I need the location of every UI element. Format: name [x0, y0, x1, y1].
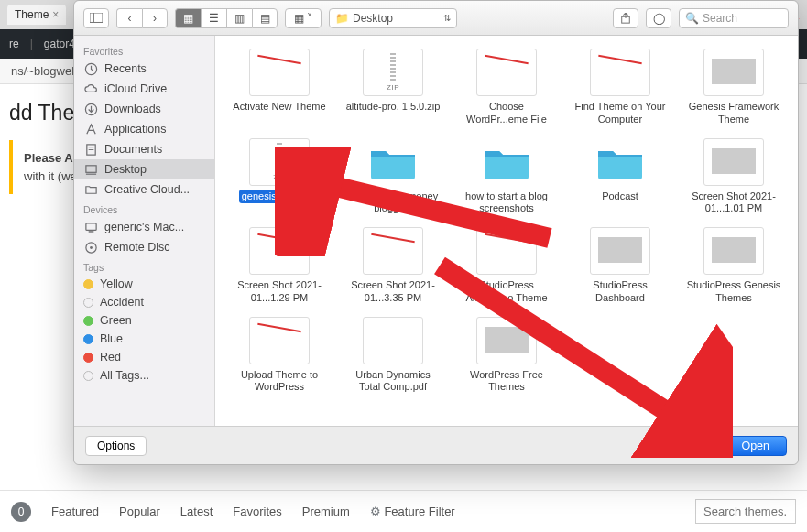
- file-item[interactable]: Choose WordPr...eme File: [452, 49, 562, 127]
- file-thumb: [476, 138, 537, 186]
- finder-toolbar: ‹ › ▦ ☰ ▥ ▤ ▦ ˅ 📁Desktop ⇅ ◯ 🔍 Search: [74, 1, 798, 36]
- file-thumb: [363, 227, 423, 275]
- icon-view-button[interactable]: ▦: [175, 8, 201, 28]
- sidebar-tag[interactable]: Green: [74, 311, 214, 330]
- svg-rect-10: [85, 223, 95, 230]
- forward-button[interactable]: ›: [142, 8, 168, 28]
- tags-button[interactable]: ◯: [646, 8, 671, 28]
- filter-bar: 0 Featured Popular Latest Favorites Prem…: [0, 490, 807, 532]
- sidebar-item[interactable]: Recents: [74, 59, 214, 79]
- file-thumb: [476, 49, 537, 96]
- filter-featured[interactable]: Featured: [51, 505, 99, 518]
- file-thumb: [703, 227, 764, 275]
- sidebar-item-label: Yellow: [100, 277, 133, 290]
- file-item[interactable]: StudioPress Genesis Themes: [679, 227, 789, 306]
- file-item[interactable]: how to start a blog screenshots: [452, 138, 562, 217]
- file-name: Screen Shot 2021-01...3.35 PM: [343, 278, 443, 306]
- file-thumb: [476, 227, 537, 275]
- file-item[interactable]: WordPress Free Themes: [452, 317, 562, 396]
- sidebar-heading-tags: Tags: [74, 257, 214, 275]
- file-thumb: [703, 49, 764, 96]
- file-thumb: [249, 227, 310, 275]
- filter-latest[interactable]: Latest: [180, 505, 213, 518]
- file-item[interactable]: Genesis Framework Theme: [679, 49, 789, 127]
- svg-point-13: [90, 246, 93, 249]
- file-item[interactable]: Find Theme on Your Computer: [565, 49, 675, 127]
- sidebar-tag[interactable]: Blue: [74, 330, 214, 348]
- file-thumb: [703, 138, 764, 186]
- chevron-updown-icon: ⇅: [443, 13, 451, 23]
- sidebar-item[interactable]: Remote Disc: [74, 237, 214, 257]
- sidebar-item[interactable]: Desktop: [74, 159, 214, 179]
- file-name: Find Theme on Your Computer: [570, 100, 671, 127]
- filter-premium[interactable]: Premium: [302, 505, 350, 518]
- file-item[interactable]: Upload Theme to WordPress: [224, 317, 334, 396]
- sidebar-tag[interactable]: Yellow: [74, 275, 214, 293]
- file-name: Choose WordPr...eme File: [456, 100, 557, 127]
- sidebar-item-label: All Tags...: [100, 369, 149, 382]
- browser-tab[interactable]: Theme ×: [7, 5, 66, 25]
- search-input[interactable]: 🔍 Search: [679, 8, 789, 28]
- group-button[interactable]: ▦ ˅: [285, 8, 322, 28]
- folder-icon: 📁: [335, 12, 349, 25]
- sidebar-item-label: Creative Cloud...: [104, 183, 190, 196]
- share-button[interactable]: [613, 8, 638, 28]
- file-item[interactable]: altitude-pro. 1.5.0.zip: [338, 49, 448, 127]
- file-item[interactable]: Screen Shot 2021-01...1.01 PM: [679, 138, 789, 217]
- file-name: genesis.3.3.3.zip: [239, 190, 321, 204]
- sidebar-item[interactable]: Downloads: [74, 99, 214, 119]
- sidebar-tag[interactable]: All Tags...: [74, 366, 214, 385]
- file-name: altitude-pro. 1.5.0.zip: [344, 100, 443, 114]
- sidebar-item[interactable]: generic's Mac...: [74, 217, 214, 237]
- file-thumb: [363, 49, 423, 96]
- file-thumb: [476, 317, 537, 364]
- sidebar-item[interactable]: Documents: [74, 139, 214, 159]
- sidebar-item-label: Blue: [100, 332, 123, 345]
- file-name: Screen Shot 2021-01...1.29 PM: [229, 278, 330, 306]
- sidebar-heading-favorites: Favorites: [74, 41, 214, 59]
- file-name: WordPress Free Themes: [456, 368, 557, 396]
- file-thumb: [363, 138, 423, 186]
- close-icon[interactable]: ×: [52, 8, 59, 21]
- file-item[interactable]: Urban Dynamics Total Comp.pdf: [338, 317, 448, 396]
- cloud-icon: [83, 81, 98, 96]
- sidebar-item[interactable]: Applications: [74, 119, 214, 139]
- list-view-button[interactable]: ☰: [201, 8, 226, 28]
- file-item[interactable]: Screen Shot 2021-01...3.35 PM: [338, 227, 448, 306]
- sidebar-heading-devices: Devices: [74, 200, 214, 217]
- file-name: StudioPress Genesis Themes: [683, 278, 784, 306]
- file-item[interactable]: genesis.3.3.3.zip: [224, 138, 334, 217]
- open-button[interactable]: Open: [724, 436, 787, 456]
- desk-icon: [83, 162, 98, 177]
- file-item[interactable]: now to make money blogging: [338, 138, 448, 217]
- back-button[interactable]: ‹: [116, 8, 142, 28]
- file-item[interactable]: Activate New Theme: [224, 49, 334, 127]
- file-item[interactable]: StudioPress Dashboard: [565, 227, 675, 306]
- sidebar-item-label: Documents: [104, 143, 162, 156]
- sidebar-item-label: generic's Mac...: [104, 221, 184, 233]
- svg-rect-0: [90, 13, 103, 23]
- cancel-button[interactable]: Cancel: [644, 436, 714, 456]
- file-item[interactable]: StudioPress Altitude...o Theme: [452, 227, 562, 306]
- filter-favorites[interactable]: Favorites: [233, 505, 281, 518]
- sidebar-tag[interactable]: Accident: [74, 293, 214, 311]
- options-button[interactable]: Options: [85, 436, 147, 456]
- sidebar-tag[interactable]: Red: [74, 348, 214, 366]
- theme-search-input[interactable]: [695, 499, 796, 524]
- column-view-button[interactable]: ▥: [226, 8, 252, 28]
- theme-count: 0: [11, 502, 31, 522]
- location-dropdown[interactable]: 📁Desktop ⇅: [329, 8, 457, 28]
- file-item[interactable]: Podcast: [565, 138, 675, 217]
- sidebar-item[interactable]: Creative Cloud...: [74, 179, 214, 200]
- feature-filter[interactable]: ⚙ Feature Filter: [370, 505, 455, 518]
- file-item[interactable]: Screen Shot 2021-01...1.29 PM: [224, 227, 334, 306]
- sidebar-item[interactable]: iCloud Drive: [74, 79, 214, 99]
- file-name: Upload Theme to WordPress: [229, 368, 330, 396]
- gallery-view-button[interactable]: ▤: [252, 8, 278, 28]
- file-name: StudioPress Dashboard: [570, 278, 671, 306]
- file-thumb: [590, 227, 650, 275]
- sidebar-item-label: iCloud Drive: [104, 82, 167, 95]
- nav-segment: ‹ ›: [116, 8, 168, 28]
- sidebar-toggle-button[interactable]: [83, 8, 109, 28]
- filter-popular[interactable]: Popular: [119, 505, 160, 518]
